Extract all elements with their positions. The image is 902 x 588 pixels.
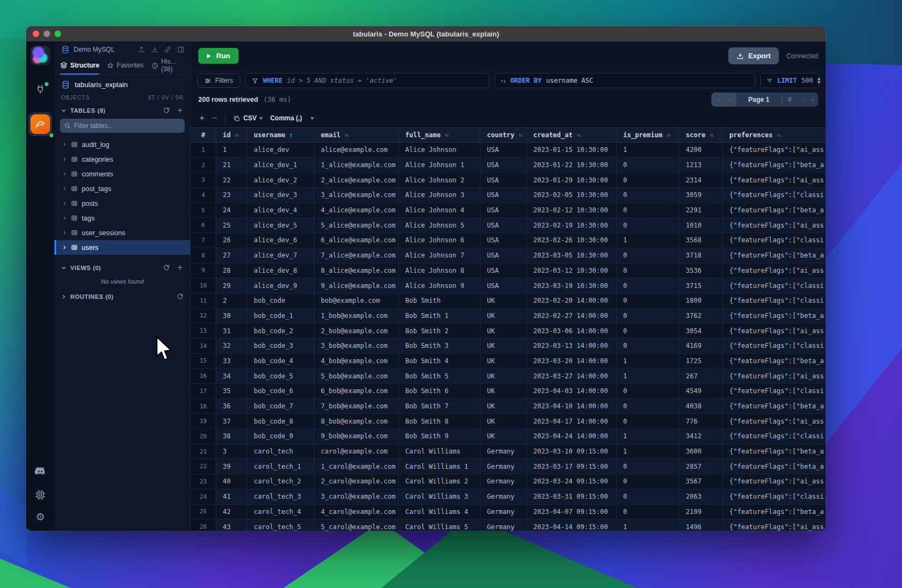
table-row[interactable]: 322alice_dev_22_alice@example.comAlice J… xyxy=(191,173,826,188)
cell-score[interactable]: 1010 xyxy=(679,218,723,232)
chevron-right-icon[interactable] xyxy=(62,142,67,147)
cell-created_at[interactable]: 2023-03-06 14:00:00 xyxy=(527,323,617,338)
cell-score[interactable]: 3054 xyxy=(679,323,723,338)
table-row[interactable]: 1230bob_code_11_bob@example.comBob Smith… xyxy=(191,309,826,324)
cell-created_at[interactable]: 2023-02-20 14:00:00 xyxy=(527,293,617,308)
cell-id[interactable]: 33 xyxy=(216,354,247,369)
cell-email[interactable]: 7_alice@example.com xyxy=(314,248,399,263)
cell-is_premium[interactable]: 0 xyxy=(617,323,679,338)
cell-created_at[interactable]: 2023-01-22 10:30:00 xyxy=(527,158,617,173)
cell-id[interactable]: 38 xyxy=(216,429,247,444)
sort-icon[interactable]: ↑↓ xyxy=(576,132,580,138)
cell-country[interactable]: USA xyxy=(480,233,527,248)
table-row[interactable]: 1029alice_dev_99_alice@example.comAlice … xyxy=(191,278,826,293)
table-item[interactable]: audit_log xyxy=(54,137,190,152)
table-row[interactable]: 2239carol_tech_11_carol@example.comCarol… xyxy=(191,459,826,474)
cell-username[interactable]: bob_code_4 xyxy=(247,354,314,369)
cell-score[interactable]: 4169 xyxy=(679,339,723,353)
cell-is_premium[interactable]: 0 xyxy=(617,489,679,504)
cell-preferences[interactable]: {"featureFlags":["classi xyxy=(723,278,826,293)
column-header-score[interactable]: score↑↓ xyxy=(679,128,723,142)
table-item[interactable]: posts xyxy=(54,196,190,211)
table-row[interactable]: 423alice_dev_33_alice@example.comAlice J… xyxy=(191,188,826,203)
cell-full_name[interactable]: Alice Johnson 4 xyxy=(399,203,480,218)
cell-country[interactable]: UK xyxy=(480,384,527,399)
cell-id[interactable]: 37 xyxy=(216,414,247,428)
cell-created_at[interactable]: 2023-02-05 10:30:00 xyxy=(527,188,617,203)
cell-created_at[interactable]: 2023-04-14 09:15:00 xyxy=(527,519,617,531)
cell-id[interactable]: 42 xyxy=(216,505,247,519)
cell-preferences[interactable]: {"featureFlags":["beta_a xyxy=(723,444,826,459)
cell-email[interactable]: alice@example.com xyxy=(314,143,399,157)
cell-username[interactable]: bob_code_8 xyxy=(247,414,314,428)
remove-row-button[interactable]: − xyxy=(212,114,217,122)
cell-created_at[interactable]: 2023-03-12 10:30:00 xyxy=(527,264,617,278)
cell-email[interactable]: 8_alice@example.com xyxy=(314,264,399,278)
cell-email[interactable]: 2_alice@example.com xyxy=(314,173,399,187)
cell-username[interactable]: bob_code_6 xyxy=(247,384,314,399)
chevron-right-icon[interactable] xyxy=(62,230,67,235)
cell-id[interactable]: 21 xyxy=(216,158,247,173)
cell-score[interactable]: 2109 xyxy=(679,505,723,519)
table-row[interactable]: 1735bob_code_66_bob@example.comBob Smith… xyxy=(191,384,826,399)
cell-email[interactable]: 4_bob@example.com xyxy=(314,354,399,369)
table-row[interactable]: 1836bob_code_77_bob@example.comBob Smith… xyxy=(191,399,826,414)
first-page-button[interactable]: « xyxy=(714,96,724,103)
cell-is_premium[interactable]: 0 xyxy=(617,414,679,428)
cell-is_premium[interactable]: 0 xyxy=(617,459,679,474)
cell-is_premium[interactable]: 0 xyxy=(617,278,679,293)
table-row[interactable]: 625alice_dev_55_alice@example.comAlice J… xyxy=(191,218,826,233)
cell-full_name[interactable]: Bob Smith 9 xyxy=(399,429,480,444)
views-section-header[interactable]: VIEWS (0) xyxy=(54,261,190,274)
column-header-country[interactable]: country↑↓ xyxy=(480,128,527,142)
cell-id[interactable]: 43 xyxy=(216,519,247,531)
cell-score[interactable]: 2314 xyxy=(679,173,723,187)
cell-full_name[interactable]: Bob Smith 7 xyxy=(399,399,480,414)
discord-icon[interactable] xyxy=(34,465,47,478)
cell-full_name[interactable]: Alice Johnson 8 xyxy=(399,264,480,278)
cell-country[interactable]: UK xyxy=(480,323,527,338)
table-item[interactable]: tags xyxy=(54,211,190,225)
cell-country[interactable]: USA xyxy=(480,278,527,293)
cell-preferences[interactable]: {"featureFlags":["ai_ass xyxy=(723,264,826,278)
cell-country[interactable]: Germany xyxy=(480,474,527,489)
column-header-created_at[interactable]: created_at↑↓ xyxy=(527,128,617,142)
table-row[interactable]: 1634bob_code_55_bob@example.comBob Smith… xyxy=(191,369,826,384)
cell-full_name[interactable]: Alice Johnson 9 xyxy=(399,278,480,293)
cell-username[interactable]: alice_dev_6 xyxy=(247,233,314,248)
cell-id[interactable]: 27 xyxy=(216,248,247,263)
cell-created_at[interactable]: 2023-03-10 09:15:00 xyxy=(527,444,617,459)
cell-email[interactable]: 4_alice@example.com xyxy=(314,203,399,218)
cell-is_premium[interactable]: 0 xyxy=(617,264,679,278)
cell-is_premium[interactable]: 1 xyxy=(617,233,679,248)
sort-icon[interactable]: ↑ xyxy=(289,131,293,139)
cell-score[interactable]: 2291 xyxy=(679,203,723,218)
table-row[interactable]: 928alice_dev_88_alice@example.comAlice J… xyxy=(191,264,826,279)
cell-full_name[interactable]: Carol Williams 4 xyxy=(399,505,480,519)
cell-created_at[interactable]: 2023-02-27 14:00:00 xyxy=(527,309,617,323)
cell-email[interactable]: 6_bob@example.com xyxy=(314,384,399,399)
cell-email[interactable]: 2_bob@example.com xyxy=(314,323,399,338)
column-header-preferences[interactable]: preferences↑↓ xyxy=(723,128,826,142)
cell-score[interactable]: 3536 xyxy=(679,264,723,278)
cpu-chip-icon[interactable] xyxy=(34,489,46,501)
table-row[interactable]: 221alice_dev_11_alice@example.comAlice J… xyxy=(191,158,826,173)
export-button[interactable]: Export xyxy=(728,47,779,64)
cell-username[interactable]: carol_tech_1 xyxy=(247,459,314,474)
cell-email[interactable]: 3_alice@example.com xyxy=(314,188,399,203)
orderby-input[interactable]: ↑↓ ORDER BY username ASC xyxy=(495,73,755,88)
cell-created_at[interactable]: 2023-04-10 14:00:00 xyxy=(527,399,617,414)
chevron-right-icon[interactable] xyxy=(62,171,67,176)
cell-email[interactable]: 1_alice@example.com xyxy=(314,158,399,173)
cell-is_premium[interactable]: 0 xyxy=(617,384,679,399)
cell-username[interactable]: alice_dev_9 xyxy=(247,278,314,293)
cell-created_at[interactable]: 2023-03-31 09:15:00 xyxy=(527,489,617,504)
cell-is_premium[interactable]: 1 xyxy=(617,519,679,531)
cell-id[interactable]: 34 xyxy=(216,369,247,383)
cell-username[interactable]: alice_dev_2 xyxy=(247,173,314,187)
cell-score[interactable]: 3567 xyxy=(679,474,723,489)
cell-preferences[interactable]: {"featureFlags":["ai_ass xyxy=(723,323,826,338)
cell-created_at[interactable]: 2023-04-24 14:00:00 xyxy=(527,429,617,444)
cell-country[interactable]: USA xyxy=(480,203,527,218)
routines-section-header[interactable]: ROUTINES (0) xyxy=(54,290,190,303)
